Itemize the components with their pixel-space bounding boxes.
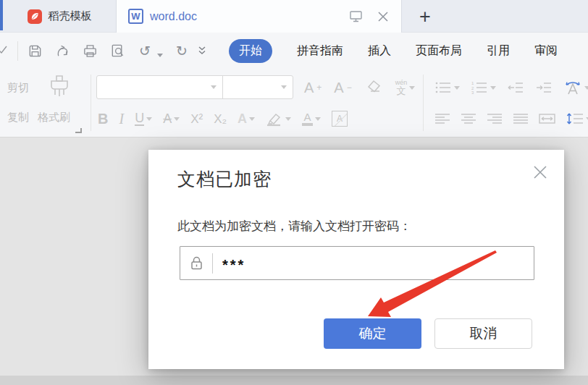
tab-word-doc[interactable]: W word.doc (116, 0, 402, 33)
wps-writer-window: 稻壳模板 W word.doc + (0, 0, 588, 385)
numbered-list-icon[interactable]: 123 (471, 80, 496, 95)
pinyin-guide-button[interactable]: wén文 (395, 80, 416, 96)
chevron-down-icon (285, 117, 291, 121)
toolbar-divider (91, 75, 91, 131)
tab-docer-label: 稻壳模板 (49, 9, 92, 23)
ribbon-tab-row: ↺ ↻ 开始 拼音指南 插入 页面布局 引用 审阅 (0, 33, 588, 69)
chevron-down-icon (174, 117, 180, 121)
font-style-tools: B I U A X² X₂ A A A (98, 106, 348, 131)
copy-button[interactable]: 复制 (7, 111, 29, 124)
ribbon-tab-pinyin-guide[interactable]: 拼音指南 (297, 43, 343, 59)
cut-button[interactable]: 剪切 (7, 81, 29, 95)
strikethrough-button[interactable]: A (163, 112, 180, 125)
color-swatch (302, 123, 313, 126)
clear-format-icon[interactable] (364, 79, 383, 96)
dialog-close-icon[interactable] (531, 163, 550, 182)
ok-button[interactable]: 确定 (324, 318, 421, 349)
toolbar-divider (423, 75, 424, 131)
quick-access-toolbar: ↺ ↻ (26, 42, 190, 59)
svg-text:1: 1 (471, 81, 474, 85)
ribbon-tab-home[interactable]: 开始 (229, 39, 272, 63)
underline-button[interactable]: U (135, 111, 152, 126)
dialog-title: 文档已加密 (177, 167, 272, 191)
ribbon-tab-review[interactable]: 审阅 (534, 43, 558, 59)
text-direction-icon[interactable] (563, 80, 588, 96)
tab-bar: 稻壳模板 W word.doc + (0, 0, 588, 33)
subscript-button[interactable]: X₂ (214, 113, 227, 125)
align-center-icon[interactable] (461, 113, 476, 124)
tab-docer-templates[interactable]: 稻壳模板 (3, 0, 116, 33)
font-combo-group (96, 75, 293, 99)
ribbon-tab-references[interactable]: 引用 (487, 43, 510, 59)
tab-doc-label: word.doc (150, 10, 197, 23)
text-effects-button[interactable]: A (238, 112, 255, 125)
cancel-button[interactable]: 取消 (434, 318, 532, 349)
password-input[interactable]: *** (180, 246, 534, 280)
grow-font-button[interactable]: A+ (304, 80, 322, 95)
font-size-select[interactable] (223, 76, 293, 98)
input-divider (212, 253, 213, 274)
group-corner-mark (75, 128, 82, 133)
menu-check-icon[interactable] (0, 44, 9, 56)
bullet-list-icon[interactable] (434, 80, 460, 95)
new-tab-button[interactable]: + (413, 4, 437, 29)
superscript-button[interactable]: X² (190, 113, 203, 125)
wps-writer-icon: W (128, 9, 143, 24)
format-painter-label[interactable]: 格式刷 (38, 111, 70, 124)
svg-text:2: 2 (471, 86, 474, 90)
tab-close-icon[interactable] (377, 10, 390, 23)
italic-button[interactable]: I (119, 111, 124, 126)
font-size-tools: A+ A− wén文 (304, 75, 415, 100)
paragraph-align-tools (434, 106, 588, 131)
dialog-message: 此文档为加密文档，请输入文档打开密码： (177, 218, 411, 234)
toolbar-divider (17, 41, 18, 61)
font-name-select[interactable] (97, 76, 223, 98)
ribbon-tab-page-layout[interactable]: 页面布局 (416, 43, 462, 59)
chevron-down-icon (454, 86, 460, 90)
align-right-icon[interactable] (487, 113, 503, 124)
docer-logo-icon (28, 9, 42, 24)
format-painter-icon[interactable] (46, 75, 72, 99)
chevron-down-icon (211, 85, 217, 89)
undo-dropdown-caret[interactable] (157, 54, 163, 57)
collapse-toolbar-icon[interactable] (197, 45, 207, 56)
character-scaling-icon[interactable] (539, 112, 556, 125)
character-shading-button[interactable]: A (332, 111, 348, 127)
chevron-down-icon (249, 117, 255, 121)
chevron-down-icon (584, 86, 588, 90)
redo-icon[interactable]: ↻ (173, 42, 190, 59)
print-icon[interactable] (81, 42, 98, 59)
chevron-down-icon (146, 117, 152, 121)
line-spacing-icon[interactable] (566, 111, 588, 126)
decrease-indent-icon[interactable] (507, 80, 524, 95)
save-icon[interactable] (26, 42, 43, 59)
ribbon-tab-insert[interactable]: 插入 (368, 43, 391, 59)
highlight-color-icon[interactable] (266, 111, 291, 127)
undo-icon[interactable]: ↺ (136, 42, 154, 59)
shrink-font-button[interactable]: A− (334, 80, 351, 95)
ribbon-tabs: 开始 拼音指南 插入 页面布局 引用 审阅 (229, 33, 558, 69)
lock-icon (180, 247, 212, 279)
screen-share-icon[interactable] (349, 10, 364, 23)
formatting-toolbar: 剪切 复制 格式刷 A+ A− wé (0, 69, 588, 138)
chevron-down-icon (409, 86, 415, 90)
print-preview-icon[interactable] (109, 42, 126, 59)
increase-indent-icon[interactable] (535, 80, 553, 95)
chevron-down-icon (315, 117, 321, 121)
svg-text:3: 3 (471, 90, 474, 95)
chevron-down-icon (281, 85, 287, 89)
font-color-button[interactable]: A (302, 111, 321, 126)
justify-icon[interactable] (513, 113, 529, 124)
password-value: *** (222, 257, 245, 274)
align-left-icon[interactable] (434, 113, 450, 124)
password-dialog: 文档已加密 此文档为加密文档，请输入文档打开密码： *** 确定 取消 (148, 150, 564, 369)
bold-button[interactable]: B (98, 111, 108, 126)
export-pdf-icon[interactable] (54, 42, 71, 59)
status-bar (0, 376, 588, 385)
chevron-down-icon (490, 86, 496, 90)
list-indent-tools: 123 (434, 75, 588, 100)
